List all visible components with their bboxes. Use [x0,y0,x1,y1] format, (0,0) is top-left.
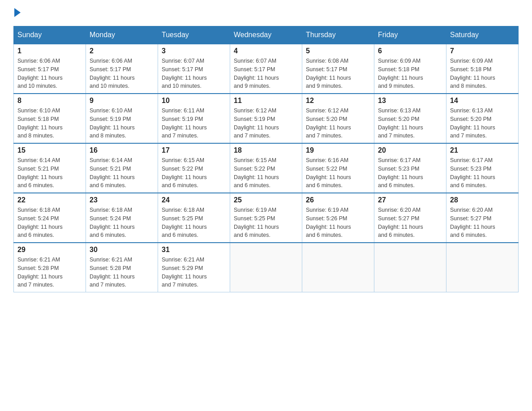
day-number: 23 [90,196,154,204]
calendar-cell: 10Sunrise: 6:11 AMSunset: 5:19 PMDayligh… [158,94,230,143]
calendar-cell: 12Sunrise: 6:12 AMSunset: 5:20 PMDayligh… [302,94,374,143]
day-number: 14 [450,97,515,105]
day-info: Sunrise: 6:10 AMSunset: 5:18 PMDaylight:… [17,107,82,140]
calendar-cell: 31Sunrise: 6:21 AMSunset: 5:29 PMDayligh… [158,243,230,292]
day-info: Sunrise: 6:14 AMSunset: 5:21 PMDaylight:… [90,156,154,190]
day-info: Sunrise: 6:11 AMSunset: 5:19 PMDaylight:… [162,107,226,140]
day-info: Sunrise: 6:20 AMSunset: 5:27 PMDaylight:… [378,206,442,240]
day-number: 4 [234,47,298,55]
week-row-4: 22Sunrise: 6:18 AMSunset: 5:24 PMDayligh… [14,193,519,243]
day-number: 27 [378,196,442,204]
day-number: 22 [17,196,82,204]
day-info: Sunrise: 6:06 AMSunset: 5:17 PMDaylight:… [90,57,154,90]
day-info: Sunrise: 6:07 AMSunset: 5:17 PMDaylight:… [234,57,298,90]
day-number: 2 [90,47,154,55]
day-number: 16 [90,146,154,154]
day-info: Sunrise: 6:14 AMSunset: 5:21 PMDaylight:… [17,156,82,190]
calendar-table: SundayMondayTuesdayWednesdayThursdayFrid… [13,26,519,292]
calendar-cell: 7Sunrise: 6:09 AMSunset: 5:18 PMDaylight… [446,44,519,94]
day-info: Sunrise: 6:09 AMSunset: 5:18 PMDaylight:… [378,57,442,90]
calendar-cell: 13Sunrise: 6:13 AMSunset: 5:20 PMDayligh… [374,94,446,143]
calendar-cell: 28Sunrise: 6:20 AMSunset: 5:27 PMDayligh… [446,193,519,243]
calendar-cell: 21Sunrise: 6:17 AMSunset: 5:23 PMDayligh… [446,143,519,193]
header-wednesday: Wednesday [230,26,302,44]
day-info: Sunrise: 6:18 AMSunset: 5:24 PMDaylight:… [17,206,82,240]
day-info: Sunrise: 6:12 AMSunset: 5:20 PMDaylight:… [306,107,370,140]
calendar-cell: 14Sunrise: 6:13 AMSunset: 5:20 PMDayligh… [446,94,519,143]
day-info: Sunrise: 6:20 AMSunset: 5:27 PMDaylight:… [450,206,515,240]
week-row-1: 1Sunrise: 6:06 AMSunset: 5:17 PMDaylight… [14,44,519,94]
header-saturday: Saturday [446,26,519,44]
week-row-5: 29Sunrise: 6:21 AMSunset: 5:28 PMDayligh… [14,243,519,292]
logo-arrow-icon [14,8,21,17]
day-info: Sunrise: 6:09 AMSunset: 5:18 PMDaylight:… [450,57,515,90]
day-number: 30 [90,246,154,254]
day-info: Sunrise: 6:18 AMSunset: 5:25 PMDaylight:… [162,206,226,240]
calendar-cell: 5Sunrise: 6:08 AMSunset: 5:17 PMDaylight… [302,44,374,94]
day-number: 20 [378,146,442,154]
calendar-cell: 3Sunrise: 6:07 AMSunset: 5:17 PMDaylight… [158,44,230,94]
calendar-cell: 26Sunrise: 6:19 AMSunset: 5:26 PMDayligh… [302,193,374,243]
calendar-cell: 1Sunrise: 6:06 AMSunset: 5:17 PMDaylight… [14,44,86,94]
day-info: Sunrise: 6:21 AMSunset: 5:28 PMDaylight:… [17,256,82,289]
day-info: Sunrise: 6:17 AMSunset: 5:23 PMDaylight:… [450,156,515,190]
header-friday: Friday [374,26,446,44]
day-info: Sunrise: 6:16 AMSunset: 5:22 PMDaylight:… [306,156,370,190]
calendar-cell: 22Sunrise: 6:18 AMSunset: 5:24 PMDayligh… [14,193,86,243]
day-info: Sunrise: 6:08 AMSunset: 5:17 PMDaylight:… [306,57,370,90]
day-number: 26 [306,196,370,204]
header-monday: Monday [86,26,158,44]
calendar-cell: 11Sunrise: 6:12 AMSunset: 5:19 PMDayligh… [230,94,302,143]
day-info: Sunrise: 6:07 AMSunset: 5:17 PMDaylight:… [162,57,226,90]
calendar-cell: 19Sunrise: 6:16 AMSunset: 5:22 PMDayligh… [302,143,374,193]
calendar-cell: 9Sunrise: 6:10 AMSunset: 5:19 PMDaylight… [86,94,158,143]
page-header [13,9,519,17]
calendar-cell: 29Sunrise: 6:21 AMSunset: 5:28 PMDayligh… [14,243,86,292]
day-number: 7 [450,47,515,55]
day-info: Sunrise: 6:10 AMSunset: 5:19 PMDaylight:… [90,107,154,140]
calendar-cell: 27Sunrise: 6:20 AMSunset: 5:27 PMDayligh… [374,193,446,243]
calendar-cell: 8Sunrise: 6:10 AMSunset: 5:18 PMDaylight… [14,94,86,143]
header-thursday: Thursday [302,26,374,44]
day-info: Sunrise: 6:18 AMSunset: 5:24 PMDaylight:… [90,206,154,240]
calendar-cell: 15Sunrise: 6:14 AMSunset: 5:21 PMDayligh… [14,143,86,193]
calendar-cell [446,243,519,292]
calendar-cell: 2Sunrise: 6:06 AMSunset: 5:17 PMDaylight… [86,44,158,94]
header-sunday: Sunday [14,26,86,44]
day-info: Sunrise: 6:15 AMSunset: 5:22 PMDaylight:… [234,156,298,190]
day-number: 17 [162,146,226,154]
day-number: 21 [450,146,515,154]
calendar-cell: 4Sunrise: 6:07 AMSunset: 5:17 PMDaylight… [230,44,302,94]
calendar-cell: 20Sunrise: 6:17 AMSunset: 5:23 PMDayligh… [374,143,446,193]
day-number: 3 [162,47,226,55]
day-number: 6 [378,47,442,55]
day-number: 12 [306,97,370,105]
calendar-cell: 30Sunrise: 6:21 AMSunset: 5:28 PMDayligh… [86,243,158,292]
calendar-cell: 18Sunrise: 6:15 AMSunset: 5:22 PMDayligh… [230,143,302,193]
day-info: Sunrise: 6:21 AMSunset: 5:28 PMDaylight:… [90,256,154,289]
day-info: Sunrise: 6:12 AMSunset: 5:19 PMDaylight:… [234,107,298,140]
day-info: Sunrise: 6:13 AMSunset: 5:20 PMDaylight:… [378,107,442,140]
calendar-cell: 25Sunrise: 6:19 AMSunset: 5:25 PMDayligh… [230,193,302,243]
day-info: Sunrise: 6:19 AMSunset: 5:26 PMDaylight:… [306,206,370,240]
calendar-cell: 17Sunrise: 6:15 AMSunset: 5:22 PMDayligh… [158,143,230,193]
calendar-cell [302,243,374,292]
day-number: 15 [17,146,82,154]
header-row: SundayMondayTuesdayWednesdayThursdayFrid… [14,26,519,44]
calendar-cell: 23Sunrise: 6:18 AMSunset: 5:24 PMDayligh… [86,193,158,243]
day-info: Sunrise: 6:06 AMSunset: 5:17 PMDaylight:… [17,57,82,90]
day-number: 5 [306,47,370,55]
day-number: 9 [90,97,154,105]
calendar-cell [230,243,302,292]
day-number: 10 [162,97,226,105]
day-number: 28 [450,196,515,204]
day-number: 18 [234,146,298,154]
calendar-cell: 6Sunrise: 6:09 AMSunset: 5:18 PMDaylight… [374,44,446,94]
day-number: 13 [378,97,442,105]
calendar-cell [374,243,446,292]
day-number: 24 [162,196,226,204]
day-number: 19 [306,146,370,154]
week-row-3: 15Sunrise: 6:14 AMSunset: 5:21 PMDayligh… [14,143,519,193]
day-info: Sunrise: 6:15 AMSunset: 5:22 PMDaylight:… [162,156,226,190]
calendar-cell: 24Sunrise: 6:18 AMSunset: 5:25 PMDayligh… [158,193,230,243]
